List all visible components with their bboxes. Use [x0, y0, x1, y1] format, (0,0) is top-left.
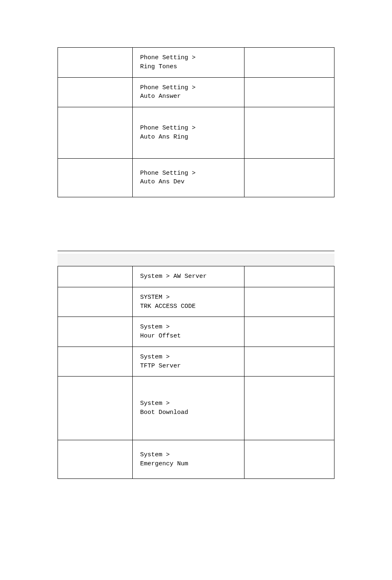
menu-path-line1: System >	[140, 354, 170, 360]
table-row: System >TFTP Server	[58, 347, 334, 377]
cell-col3	[244, 77, 334, 107]
table2-header-bar	[58, 254, 334, 266]
table-phone-settings: Phone Setting >Ring TonesPhone Setting >…	[58, 47, 334, 197]
menu-path-line1: System > AW Server	[140, 273, 207, 280]
cell-menu-path: SYSTEM >TRK ACCESS CODE	[133, 287, 244, 317]
table-row: System >Emergency Num	[58, 440, 334, 479]
cell-col1	[58, 317, 133, 347]
cell-menu-path: System >Boot Download	[133, 377, 244, 440]
cell-col1	[58, 158, 133, 197]
menu-path-line1: System >	[140, 451, 170, 458]
cell-col3	[244, 266, 334, 287]
cell-col1	[58, 347, 133, 377]
cell-col1	[58, 107, 133, 159]
cell-col1	[58, 48, 133, 78]
table-system-settings: System > AW ServerSYSTEM >TRK ACCESS COD…	[58, 266, 334, 479]
menu-path-line2: TFTP Server	[140, 363, 181, 370]
menu-path-line1: Phone Setting >	[140, 54, 196, 61]
cell-menu-path: System > AW Server	[133, 266, 244, 287]
cell-col3	[244, 158, 334, 197]
cell-menu-path: System >Emergency Num	[133, 440, 244, 479]
table-row: Phone Setting >Auto Ans Dev	[58, 158, 334, 197]
table-row: Phone Setting >Ring Tones	[58, 48, 334, 78]
menu-path-line2: Emergency Num	[140, 460, 188, 467]
cell-col3	[244, 317, 334, 347]
table-row: SYSTEM >TRK ACCESS CODE	[58, 287, 334, 317]
cell-menu-path: Phone Setting >Auto Answer	[133, 77, 244, 107]
menu-path-line2: Auto Ans Ring	[140, 134, 188, 141]
cell-col1	[58, 377, 133, 440]
menu-path-line2: Boot Download	[140, 409, 188, 416]
menu-path-line1: SYSTEM >	[140, 294, 170, 301]
cell-menu-path: Phone Setting >Auto Ans Ring	[133, 107, 244, 159]
cell-col3	[244, 287, 334, 317]
cell-col1	[58, 77, 133, 107]
table-row: Phone Setting >Auto Ans Ring	[58, 107, 334, 159]
menu-path-line1: System >	[140, 324, 170, 330]
menu-path-line1: System >	[140, 400, 170, 407]
menu-path-line1: Phone Setting >	[140, 170, 196, 177]
cell-col3	[244, 48, 334, 78]
cell-col3	[244, 347, 334, 377]
cell-col3	[244, 440, 334, 479]
table2-top-rule	[58, 251, 334, 254]
cell-menu-path: Phone Setting >Ring Tones	[133, 48, 244, 78]
menu-path-line1: Phone Setting >	[140, 84, 196, 91]
cell-col1	[58, 266, 133, 287]
cell-menu-path: System >Hour Offset	[133, 317, 244, 347]
menu-path-line2: Hour Offset	[140, 333, 181, 340]
cell-menu-path: Phone Setting >Auto Ans Dev	[133, 158, 244, 197]
cell-col1	[58, 440, 133, 479]
table-row: System >Hour Offset	[58, 317, 334, 347]
table-row: System >Boot Download	[58, 377, 334, 440]
menu-path-line2: Auto Answer	[140, 93, 181, 100]
table-row: Phone Setting >Auto Answer	[58, 77, 334, 107]
menu-path-line1: Phone Setting >	[140, 125, 196, 132]
table-row: System > AW Server	[58, 266, 334, 287]
cell-col1	[58, 287, 133, 317]
cell-menu-path: System >TFTP Server	[133, 347, 244, 377]
menu-path-line2: TRK ACCESS CODE	[140, 303, 196, 310]
cell-col3	[244, 377, 334, 440]
menu-path-line2: Auto Ans Dev	[140, 178, 184, 185]
menu-path-line2: Ring Tones	[140, 63, 177, 70]
cell-col3	[244, 107, 334, 159]
